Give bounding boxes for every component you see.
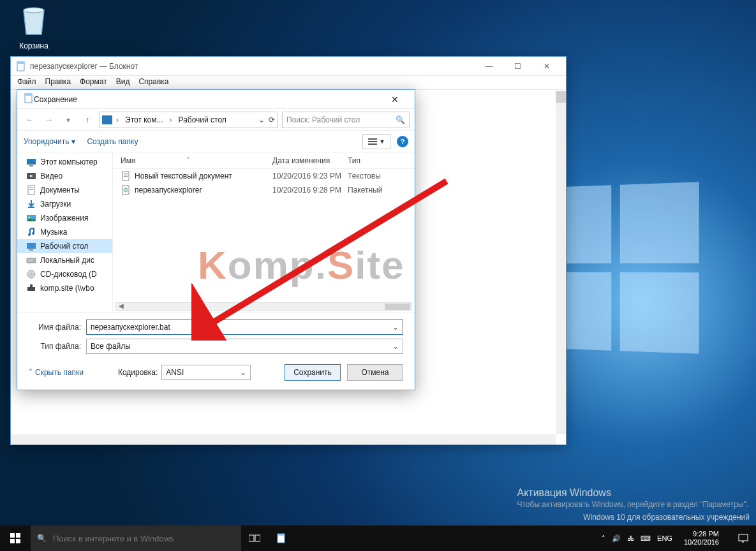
tree-item-desktop[interactable]: Рабочий стол	[17, 239, 112, 253]
col-type[interactable]: Тип	[348, 156, 415, 165]
column-headers[interactable]: Имя˄ Дата изменения Тип	[113, 152, 415, 169]
nav-tree[interactable]: Этот компьютерВидеоДокументыЗагрузкиИзоб…	[17, 152, 113, 312]
dialog-titlebar[interactable]: Сохранение ✕	[17, 90, 415, 109]
dialog-icon	[24, 93, 34, 105]
chevron-down-icon[interactable]: ⌄	[392, 342, 399, 351]
view-options-button[interactable]: ▼	[362, 134, 390, 149]
menu-edit[interactable]: Правка	[45, 77, 71, 88]
file-pane[interactable]: Имя˄ Дата изменения Тип Новый текстовый …	[113, 152, 415, 312]
start-button[interactable]	[0, 525, 31, 551]
cancel-button[interactable]: Отмена	[347, 364, 403, 381]
save-button[interactable]: Сохранить	[285, 364, 341, 381]
tree-item-net[interactable]: komp.site (\\vbo	[17, 281, 112, 295]
menu-file[interactable]: Файл	[17, 77, 36, 88]
activation-watermark: Активация Windows Чтобы активировать Win…	[517, 487, 748, 509]
svg-rect-5	[368, 138, 377, 140]
file-row[interactable]: Новый текстовый документ10/20/2016 9:23 …	[113, 169, 415, 183]
organize-button[interactable]: Упорядочить ▾	[24, 137, 75, 146]
svg-rect-38	[16, 533, 20, 538]
drive-icon	[26, 256, 36, 265]
network-icon[interactable]: 🖧	[627, 534, 634, 542]
address-bar[interactable]: › Этот ком... › Рабочий стол ⌄⟳	[99, 112, 278, 128]
svg-point-23	[33, 260, 34, 261]
refresh-icon[interactable]: ⟳	[269, 115, 275, 124]
file-row[interactable]: перезапускexplorer10/20/2016 9:28 PMПаке…	[113, 183, 415, 197]
svg-point-25	[31, 274, 33, 276]
language-indicator[interactable]: ENG	[657, 534, 672, 542]
chevron-right-icon: ›	[170, 115, 172, 124]
svg-rect-2	[17, 62, 24, 64]
menu-format[interactable]: Формат	[80, 77, 107, 88]
notepad-menubar: Файл Правка Формат Вид Справка	[11, 76, 566, 90]
keyboard-icon[interactable]: ⌨	[641, 534, 651, 543]
filename-input[interactable]: перезапускexplorer.bat ⌄	[86, 320, 403, 335]
filetype-select[interactable]: Все файлы ⌄	[86, 339, 403, 354]
taskbar-notepad[interactable]	[268, 525, 295, 551]
breadcrumb-root[interactable]: Этот ком...	[122, 115, 166, 124]
nav-forward-button[interactable]: →	[41, 112, 57, 128]
new-folder-button[interactable]: Создать папку	[87, 137, 138, 146]
breadcrumb-leaf[interactable]: Рабочий стол	[176, 115, 229, 124]
col-name[interactable]: Имя	[121, 156, 135, 165]
chevron-down-icon: ▾	[71, 137, 75, 146]
task-view-button[interactable]	[241, 525, 268, 551]
horizontal-scrollbar[interactable]	[11, 434, 556, 444]
chevron-down-icon[interactable]: ⌄	[240, 368, 246, 377]
menu-view[interactable]: Вид	[116, 77, 130, 88]
svg-rect-4	[25, 94, 32, 96]
downloads-icon	[26, 200, 36, 209]
taskbar-search[interactable]: 🔍	[31, 525, 241, 551]
clock[interactable]: 9:28 PM 10/20/2016	[679, 530, 724, 546]
notepad-titlebar[interactable]: перезапускexplorer — Блокнот — ☐ ✕	[11, 57, 566, 76]
encoding-select[interactable]: ANSI ⌄	[161, 365, 251, 380]
chevron-down-icon: ▼	[380, 138, 385, 145]
chevron-down-icon[interactable]: ⌄	[392, 323, 399, 332]
close-button[interactable]: ✕	[532, 57, 561, 75]
hide-folders-button[interactable]: ˄ Скрыть папки	[29, 368, 84, 377]
sort-arrow-icon: ˄	[186, 156, 190, 165]
file-scrollbar[interactable]	[115, 302, 412, 311]
help-button[interactable]: ?	[397, 136, 408, 147]
svg-rect-7	[368, 143, 377, 145]
taskbar-search-input[interactable]	[53, 534, 235, 543]
tree-item-music[interactable]: Музыка	[17, 225, 112, 239]
notepad-title: перезапускexplorer — Блокнот	[30, 62, 138, 71]
recycle-bin[interactable]: Корзина	[11, 6, 56, 50]
tray-chevron-icon[interactable]: ˄	[602, 534, 605, 543]
music-icon	[26, 228, 36, 237]
svg-rect-37	[10, 533, 15, 538]
svg-point-0	[24, 8, 44, 13]
svg-rect-31	[124, 176, 128, 177]
tree-item-docs[interactable]: Документы	[17, 183, 112, 197]
volume-icon[interactable]: 🔊	[612, 534, 621, 543]
svg-rect-21	[29, 249, 33, 251]
tree-item-video[interactable]: Видео	[17, 169, 112, 183]
tree-item-drive[interactable]: Локальный дис	[17, 253, 112, 267]
maximize-button[interactable]: ☐	[503, 57, 532, 75]
tree-item-pc[interactable]: Этот компьютер	[17, 155, 112, 169]
nav-back-button[interactable]: ←	[22, 112, 38, 128]
pc-icon	[102, 115, 112, 124]
menu-help[interactable]: Справка	[138, 77, 168, 88]
tree-item-cd[interactable]: CD-дисковод (D	[17, 267, 112, 281]
dialog-close-button[interactable]: ✕	[382, 94, 408, 105]
nav-up-button[interactable]: ↑	[80, 112, 95, 128]
taskbar: 🔍 ˄ 🔊 🖧 ⌨ ENG 9:28 PM 10/20/2016	[0, 525, 756, 551]
address-dropdown-icon[interactable]: ⌄	[258, 115, 265, 124]
file-icon	[121, 185, 131, 195]
nav-recent-button[interactable]: ▾	[61, 112, 76, 128]
edition-label: Windows 10 для образовательных учреждени…	[583, 513, 750, 522]
task-view-icon	[249, 534, 260, 543]
dialog-search[interactable]: Поиск: Рабочий стол 🔍	[282, 112, 410, 128]
search-icon: 🔍	[396, 115, 405, 124]
svg-rect-6	[368, 141, 377, 142]
vertical-scrollbar[interactable]	[556, 91, 566, 434]
tree-item-pictures[interactable]: Изображения	[17, 211, 112, 225]
action-center-button[interactable]	[730, 525, 756, 551]
dialog-footer: ˄ Скрыть папки Кодировка: ANSI ⌄ Сохрани…	[17, 358, 415, 390]
minimize-button[interactable]: —	[475, 57, 503, 75]
col-date[interactable]: Дата изменения	[272, 156, 348, 165]
svg-point-34	[125, 189, 126, 191]
tree-item-downloads[interactable]: Загрузки	[17, 197, 112, 211]
system-tray[interactable]: ˄ 🔊 🖧 ⌨ ENG 9:28 PM 10/20/2016	[595, 530, 730, 546]
